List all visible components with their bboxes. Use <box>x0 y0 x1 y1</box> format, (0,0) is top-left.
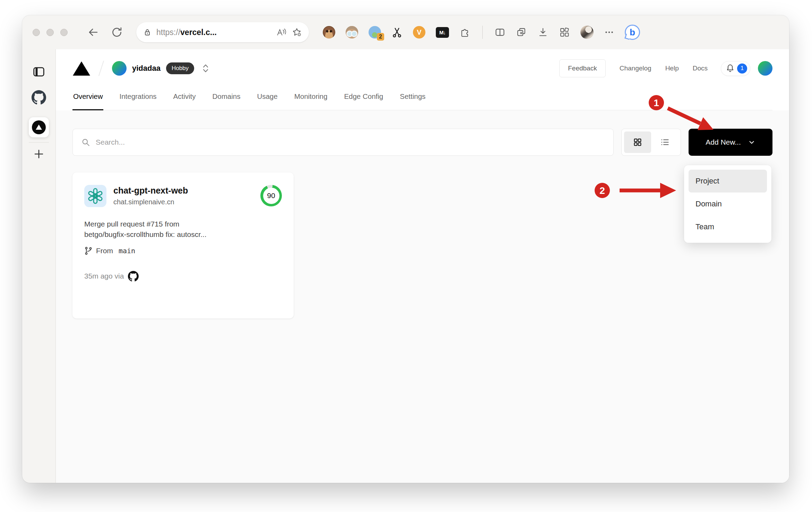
project-domain[interactable]: chat.simplenaive.cn <box>113 198 188 206</box>
tab-domains[interactable]: Domains <box>212 87 241 110</box>
sidebar-divider <box>29 142 49 143</box>
notifications-button[interactable]: 1 <box>721 61 750 76</box>
help-link[interactable]: Help <box>665 65 679 72</box>
apps-grid-icon[interactable] <box>559 27 570 38</box>
grid-view-button[interactable] <box>624 131 651 153</box>
url-text: https://vercel.c... <box>156 28 271 37</box>
dropdown-item-project[interactable]: Project <box>689 170 767 193</box>
github-icon <box>128 271 139 282</box>
tab-integrations[interactable]: Integrations <box>119 87 157 110</box>
openai-project-icon <box>84 185 106 207</box>
feedback-button[interactable]: Feedback <box>559 59 605 77</box>
search-input[interactable] <box>96 138 605 146</box>
add-new-button[interactable]: Add New... <box>689 129 772 156</box>
bell-icon <box>725 63 735 73</box>
changelog-link[interactable]: Changelog <box>620 65 651 72</box>
docs-link[interactable]: Docs <box>693 65 708 72</box>
markdown-extension-icon[interactable]: M↓ <box>436 27 449 38</box>
project-name[interactable]: chat-gpt-next-web <box>113 186 188 196</box>
tab-monitoring[interactable]: Monitoring <box>294 87 328 110</box>
dropdown-item-domain[interactable]: Domain <box>689 193 767 215</box>
sidebar-add-icon[interactable] <box>33 148 45 160</box>
browser-toolbar: https://vercel.c... 2 V M↓ <box>22 15 789 49</box>
view-toggle <box>621 129 681 156</box>
user-avatar[interactable] <box>758 61 772 76</box>
extensions-row: 2 V M↓ <box>323 25 640 40</box>
vercel-nav-tabs: Overview Integrations Activity Domains U… <box>72 87 772 110</box>
branch-name: main <box>119 247 135 255</box>
overview-content: Add New... <box>56 110 789 483</box>
github-sidebar-icon[interactable] <box>32 90 46 105</box>
screenshot-page: https://vercel.c... 2 V M↓ <box>0 0 812 512</box>
address-bar[interactable]: https://vercel.c... <box>136 22 309 42</box>
project-card[interactable]: chat-gpt-next-web chat.simplenaive.cn 90… <box>72 172 294 318</box>
git-branch-icon <box>84 247 93 255</box>
split-screen-icon[interactable] <box>494 27 506 38</box>
zoom-window-button[interactable] <box>60 29 68 36</box>
favorites-star-icon[interactable] <box>292 27 302 37</box>
score-value: 90 <box>263 188 279 204</box>
tab-overview[interactable]: Overview <box>72 87 103 110</box>
chevron-updown-icon[interactable] <box>202 63 209 74</box>
project-search[interactable] <box>72 129 614 156</box>
lock-icon <box>143 28 152 36</box>
extension-badge-count: 2 <box>377 33 384 41</box>
team-avatar <box>112 61 127 76</box>
branch-row: From main <box>84 247 282 255</box>
more-menu-icon[interactable] <box>604 27 614 37</box>
read-aloud-icon[interactable] <box>276 28 287 37</box>
collections-icon[interactable] <box>516 27 527 38</box>
profile-avatar[interactable] <box>580 26 594 39</box>
vercel-logo-icon[interactable] <box>72 61 90 76</box>
minimize-window-button[interactable] <box>46 29 54 36</box>
vercel-page: yidadaa Hobby Feedback Changelog Help Do… <box>56 49 789 483</box>
score-ring[interactable]: 90 <box>260 185 282 206</box>
extensions-puzzle-icon[interactable] <box>459 27 470 38</box>
deploy-row: 35m ago via <box>84 271 282 282</box>
scissors-extension-icon[interactable] <box>391 27 403 38</box>
tampermonkey-extension-icon[interactable] <box>323 26 335 39</box>
plan-badge: Hobby <box>166 62 194 74</box>
downloads-icon[interactable] <box>537 27 548 38</box>
back-icon[interactable] <box>87 26 100 39</box>
team-name: yidadaa <box>132 64 161 73</box>
dropdown-item-team[interactable]: Team <box>689 215 767 238</box>
vercel-favicon <box>32 120 46 134</box>
search-icon <box>81 138 90 147</box>
grid-view-icon <box>633 137 642 147</box>
granny-avatar-extension-icon[interactable] <box>346 26 358 39</box>
vercel-pinned-site[interactable] <box>29 117 49 137</box>
commit-message: Merge pull request #715 from betgo/bugfi… <box>84 219 282 240</box>
sidebar-toggle-icon[interactable] <box>32 66 45 78</box>
tab-settings[interactable]: Settings <box>399 87 426 110</box>
team-switcher[interactable]: yidadaa Hobby <box>112 61 209 76</box>
add-new-dropdown: Project Domain Team <box>684 165 771 243</box>
toolbar-divider <box>482 26 483 39</box>
list-view-icon <box>660 137 670 147</box>
bing-chat-icon[interactable]: b <box>625 25 640 40</box>
edge-sidebar <box>22 49 56 483</box>
vercel-header: yidadaa Hobby Feedback Changelog Help Do… <box>72 49 772 87</box>
v-extension-icon[interactable]: V <box>413 26 425 39</box>
extension-with-badge-icon[interactable]: 2 <box>369 26 381 39</box>
tab-activity[interactable]: Activity <box>173 87 197 110</box>
browser-window: https://vercel.c... 2 V M↓ <box>22 15 789 483</box>
list-view-button[interactable] <box>651 131 678 153</box>
tab-edge-config[interactable]: Edge Config <box>343 87 384 110</box>
notification-count-badge: 1 <box>737 63 747 74</box>
refresh-icon[interactable] <box>111 26 123 39</box>
close-window-button[interactable] <box>33 29 40 36</box>
tab-usage[interactable]: Usage <box>256 87 278 110</box>
window-controls <box>33 29 68 36</box>
chevron-down-icon <box>748 138 755 146</box>
breadcrumb-slash <box>98 61 104 76</box>
